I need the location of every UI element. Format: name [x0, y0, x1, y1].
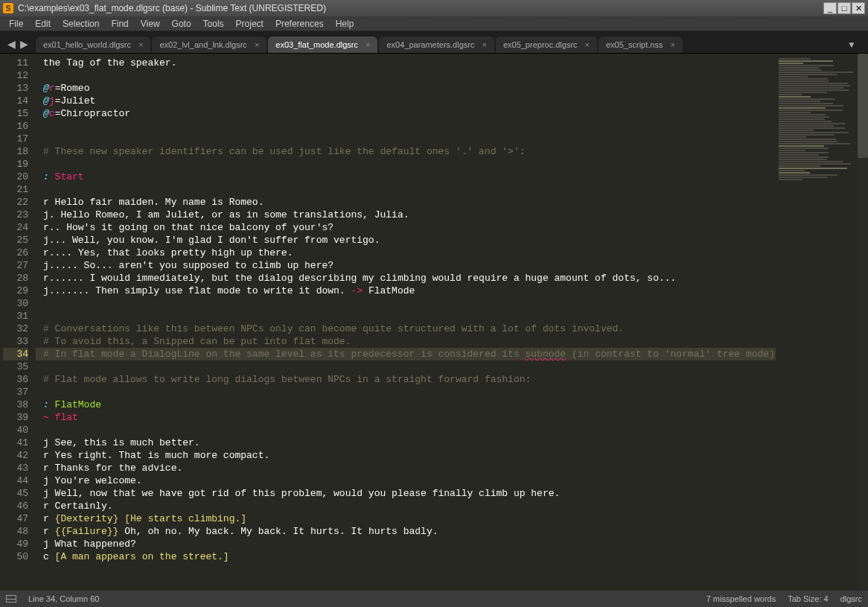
code-line[interactable]: @r=Romeo: [36, 82, 776, 95]
tab-close-icon[interactable]: ×: [366, 40, 370, 49]
code-line[interactable]: ~ flat: [36, 411, 776, 424]
line-number[interactable]: 28: [3, 272, 28, 285]
code-line[interactable]: [36, 424, 776, 436]
line-number[interactable]: 40: [3, 424, 28, 436]
line-number[interactable]: 13: [3, 82, 28, 95]
code-line[interactable]: r {{Failure}} Oh, oh no. My back. My bac…: [36, 525, 776, 538]
line-number[interactable]: 12: [3, 69, 28, 82]
line-number[interactable]: 22: [3, 196, 28, 209]
code-line[interactable]: j Well, now that we have got rid of this…: [36, 487, 776, 500]
code-line[interactable]: : Start: [36, 171, 776, 183]
tab-ex03_flat_mode-dlgsrc[interactable]: ex03_flat_mode.dlgsrc×: [268, 36, 377, 53]
line-number[interactable]: 43: [3, 462, 28, 474]
code-line[interactable]: j... Well, you know. I'm glad I don't su…: [36, 234, 776, 247]
line-number[interactable]: 49: [3, 538, 28, 550]
line-number[interactable]: 42: [3, 449, 28, 462]
menu-selection[interactable]: Selection: [57, 17, 105, 31]
code-line[interactable]: r {Dexterity} [He starts climbing.]: [36, 512, 776, 525]
code-line[interactable]: j What happened?: [36, 538, 776, 550]
line-number[interactable]: 47: [3, 512, 28, 525]
line-number[interactable]: 34: [3, 348, 28, 360]
code-line[interactable]: the Tag of the speaker.: [36, 57, 776, 69]
panel-toggle-icon[interactable]: [6, 595, 16, 603]
menu-view[interactable]: View: [135, 17, 166, 31]
line-number[interactable]: 32: [3, 322, 28, 335]
tab-close-icon[interactable]: ×: [255, 40, 259, 49]
tab-forward-icon[interactable]: ▶: [20, 38, 28, 50]
code-line[interactable]: [36, 386, 776, 398]
line-number[interactable]: 25: [3, 234, 28, 247]
line-number[interactable]: 26: [3, 247, 28, 259]
tab-ex04_parameters-dlgsrc[interactable]: ex04_parameters.dlgsrc×: [379, 36, 494, 53]
code-line[interactable]: r Certainly.: [36, 500, 776, 512]
code-line[interactable]: r.. How's it going on that nice balcony …: [36, 221, 776, 234]
code-line[interactable]: : FlatMode: [36, 398, 776, 411]
scroll-thumb[interactable]: [858, 54, 868, 158]
code-line[interactable]: j....... Then simply use flat mode to wr…: [36, 285, 776, 297]
code-line[interactable]: j See, this is much better.: [36, 436, 776, 449]
code-editor[interactable]: the Tag of the speaker. @r=Romeo@j=Julie…: [36, 54, 776, 590]
tab-back-icon[interactable]: ◀: [7, 38, 16, 50]
status-syntax[interactable]: dlgsrc: [840, 594, 862, 603]
line-number[interactable]: 20: [3, 171, 28, 183]
code-line[interactable]: # In flat mode a DialogLine on the same …: [36, 348, 776, 360]
code-line[interactable]: # To avoid this, a Snipped can be put in…: [36, 335, 776, 348]
code-line[interactable]: [36, 120, 776, 133]
minimize-button[interactable]: _: [823, 2, 837, 14]
code-line[interactable]: j. Hello Romeo, I am Juliet, or as in so…: [36, 209, 776, 221]
menu-edit[interactable]: Edit: [29, 17, 57, 31]
line-number[interactable]: 36: [3, 373, 28, 386]
status-tab-size[interactable]: Tab Size: 4: [788, 594, 828, 603]
close-button[interactable]: ✕: [852, 2, 865, 14]
menu-help[interactable]: Help: [330, 17, 360, 31]
code-line[interactable]: [36, 360, 776, 373]
line-number[interactable]: 38: [3, 398, 28, 411]
code-line[interactable]: r Thanks for the advice.: [36, 462, 776, 474]
code-line[interactable]: r Hello fair maiden. My name is Romeo.: [36, 196, 776, 209]
code-line[interactable]: [36, 69, 776, 82]
status-position[interactable]: Line 34, Column 60: [28, 594, 99, 603]
tab-close-icon[interactable]: ×: [585, 40, 590, 49]
code-line[interactable]: [36, 158, 776, 171]
maximize-button[interactable]: □: [837, 2, 851, 14]
line-number[interactable]: 37: [3, 386, 28, 398]
line-number[interactable]: 17: [3, 133, 28, 145]
line-number[interactable]: 16: [3, 120, 28, 133]
line-number[interactable]: 50: [3, 550, 28, 563]
line-number[interactable]: 27: [3, 259, 28, 272]
code-line[interactable]: # These new speaker identifiers can be u…: [36, 145, 776, 158]
tab-ex01_hello_world-dlgsrc[interactable]: ex01_hello_world.dlgsrc×: [36, 36, 150, 53]
line-number[interactable]: 11: [3, 57, 28, 69]
line-number[interactable]: 18: [3, 145, 28, 158]
code-line[interactable]: j..... So... aren't you supposed to clim…: [36, 259, 776, 272]
menu-file[interactable]: File: [3, 17, 29, 31]
line-number[interactable]: 21: [3, 183, 28, 196]
line-number[interactable]: 33: [3, 335, 28, 348]
menu-tools[interactable]: Tools: [197, 17, 230, 31]
menu-project[interactable]: Project: [230, 17, 269, 31]
line-number[interactable]: 24: [3, 221, 28, 234]
line-number[interactable]: 30: [3, 297, 28, 310]
code-line[interactable]: r.... Yes, that looks pretty high up the…: [36, 247, 776, 259]
line-number[interactable]: 15: [3, 107, 28, 120]
code-line[interactable]: [36, 297, 776, 310]
code-line[interactable]: # Flat mode allows to write long dialogs…: [36, 373, 776, 386]
tab-dropdown-icon[interactable]: ▼: [840, 39, 864, 53]
line-number[interactable]: 39: [3, 411, 28, 424]
tab-ex05_preproc-dlgsrc[interactable]: ex05_preproc.dlgsrc×: [496, 36, 597, 53]
line-number[interactable]: 35: [3, 360, 28, 373]
tab-ex05_script-nss[interactable]: ex05_script.nss×: [599, 36, 683, 53]
code-line[interactable]: [36, 183, 776, 196]
code-line[interactable]: [36, 310, 776, 322]
minimap[interactable]: [776, 54, 858, 590]
line-number[interactable]: 45: [3, 487, 28, 500]
line-number[interactable]: 31: [3, 310, 28, 322]
line-number[interactable]: 29: [3, 285, 28, 297]
line-number[interactable]: 48: [3, 525, 28, 538]
code-line[interactable]: r Yes right. That is much more compact.: [36, 449, 776, 462]
line-number[interactable]: 19: [3, 158, 28, 171]
code-line[interactable]: [36, 133, 776, 145]
menu-preferences[interactable]: Preferences: [269, 17, 330, 31]
line-number[interactable]: 14: [3, 95, 28, 107]
menu-find[interactable]: Find: [105, 17, 134, 31]
